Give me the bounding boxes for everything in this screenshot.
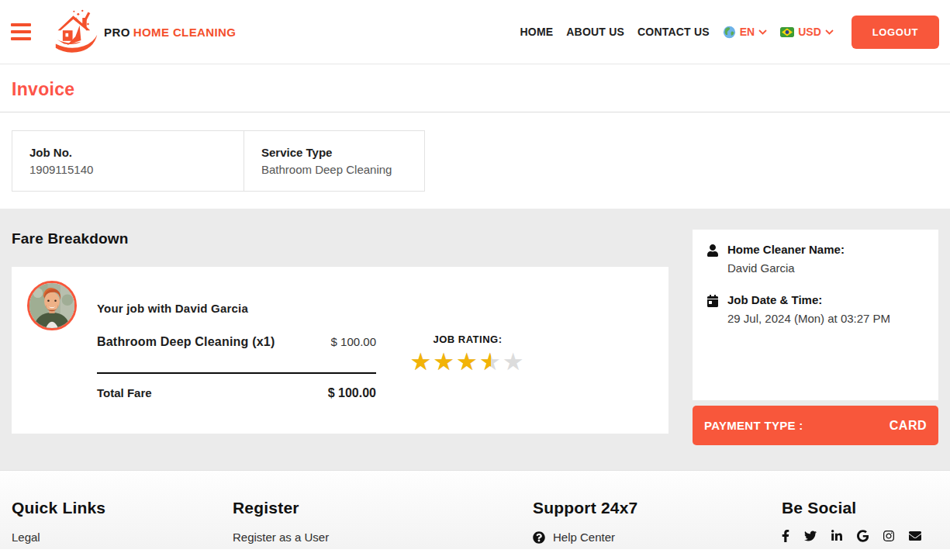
footer-register: Register Register as a User	[233, 499, 533, 549]
quick-links-title: Quick Links	[12, 499, 233, 517]
fare-line-item: Bathroom Deep Cleaning (x1) $ 100.00	[97, 335, 376, 349]
language-selector[interactable]: EN	[723, 26, 767, 39]
line-item-label: Bathroom Deep Cleaning (x1)	[97, 335, 275, 349]
service-type-value: Bathroom Deep Cleaning	[261, 163, 407, 176]
footer-social: Be Social	[782, 499, 938, 549]
globe-icon	[723, 26, 736, 39]
logout-button[interactable]: LOGOUT	[852, 16, 939, 49]
job-details-card: Home Cleaner Name: David Garcia Job Date…	[693, 230, 938, 400]
help-center-label: Help Center	[553, 531, 615, 544]
job-number-cell: Job No. 1909115140	[12, 130, 244, 192]
footer: Quick Links Legal Register Register as a…	[0, 470, 950, 549]
google-icon[interactable]	[857, 530, 869, 542]
job-info-table: Job No. 1909115140 Service Type Bathroom…	[12, 130, 938, 192]
stars-filled: ★★★★★	[410, 348, 491, 375]
fare-details: Your job with David Garcia Bathroom Deep…	[97, 281, 376, 434]
footer-support: Support 24x7 Help Center	[533, 499, 782, 549]
chevron-down-icon	[758, 29, 767, 35]
language-label: EN	[740, 26, 755, 38]
footer-link-help-center[interactable]: Help Center	[533, 531, 782, 544]
job-date-label: Job Date & Time:	[727, 293, 890, 306]
home-cleaning-logo-icon	[54, 8, 99, 56]
brand-name: PROHOME CLEANING	[104, 26, 236, 39]
cleaner-name-label: Home Cleaner Name:	[727, 243, 845, 256]
job-date-value: 29 Jul, 2024 (Mon) at 03:27 PM	[727, 312, 890, 325]
service-type-cell: Service Type Bathroom Deep Cleaning	[244, 130, 425, 192]
footer-link-legal[interactable]: Legal	[12, 531, 233, 544]
email-icon[interactable]	[909, 530, 921, 542]
fare-card: Your job with David Garcia Bathroom Deep…	[12, 267, 668, 434]
fare-job-title: Your job with David Garcia	[97, 302, 376, 315]
rating-stars: ★★★★★ ★★★★★	[410, 348, 526, 375]
facebook-icon[interactable]	[782, 530, 789, 542]
footer-link-register-user[interactable]: Register as a User	[233, 531, 533, 544]
be-social-title: Be Social	[782, 499, 938, 517]
date-info-row: Job Date & Time: 29 Jul, 2024 (Mon) at 0…	[706, 293, 924, 325]
fare-breakdown-section: Fare Breakdown Your job w	[0, 209, 950, 470]
question-circle-icon	[533, 531, 545, 544]
page-title: Invoice	[0, 79, 950, 100]
linkedin-icon[interactable]	[831, 530, 842, 542]
cleaner-name-value: David Garcia	[727, 261, 845, 275]
payment-type-bar: PAYMENT TYPE : CARD	[693, 406, 938, 445]
job-number-label: Job No.	[29, 146, 226, 159]
nav-home[interactable]: HOME	[520, 26, 554, 38]
job-details-panel: Home Cleaner Name: David Garcia Job Date…	[693, 230, 938, 445]
currency-selector[interactable]: USD	[780, 26, 834, 38]
service-type-label: Service Type	[261, 146, 407, 159]
line-item-amount: $ 100.00	[331, 335, 376, 348]
hamburger-menu-icon[interactable]	[11, 23, 31, 40]
calendar-icon	[706, 295, 719, 307]
nav-contact-us[interactable]: CONTACT US	[637, 26, 710, 38]
job-rating-label: JOB RATING:	[396, 334, 540, 345]
instagram-icon[interactable]	[883, 530, 894, 542]
title-divider	[0, 112, 950, 112]
person-icon	[706, 244, 719, 257]
currency-label: USD	[798, 26, 821, 38]
cleaner-avatar	[27, 281, 77, 330]
total-fare-label: Total Fare	[97, 386, 152, 400]
payment-type-label: PAYMENT TYPE :	[704, 419, 803, 432]
cleaner-info-row: Home Cleaner Name: David Garcia	[706, 243, 924, 275]
total-fare-row: Total Fare $ 100.00	[97, 386, 376, 400]
support-title: Support 24x7	[533, 499, 782, 517]
footer-quick-links: Quick Links Legal	[12, 499, 233, 549]
brand-logo[interactable]: PROHOME CLEANING	[54, 8, 236, 56]
social-icons	[782, 530, 938, 542]
twitter-icon[interactable]	[804, 530, 817, 542]
register-title: Register	[233, 499, 533, 517]
payment-type-value: CARD	[890, 419, 927, 433]
main-nav: HOME ABOUT US CONTACT US EN USD	[520, 16, 940, 49]
header: PROHOME CLEANING HOME ABOUT US CONTACT U…	[0, 0, 950, 64]
chevron-down-icon	[825, 29, 834, 35]
nav-about-us[interactable]: ABOUT US	[566, 26, 624, 38]
invoice-section: Invoice Job No. 1909115140 Service Type …	[0, 64, 950, 192]
job-rating: JOB RATING: ★★★★★ ★★★★★	[396, 334, 540, 375]
job-number-value: 1909115140	[29, 163, 226, 176]
currency-flag-icon	[780, 27, 794, 37]
total-fare-amount: $ 100.00	[328, 386, 376, 400]
fare-divider	[97, 372, 376, 374]
